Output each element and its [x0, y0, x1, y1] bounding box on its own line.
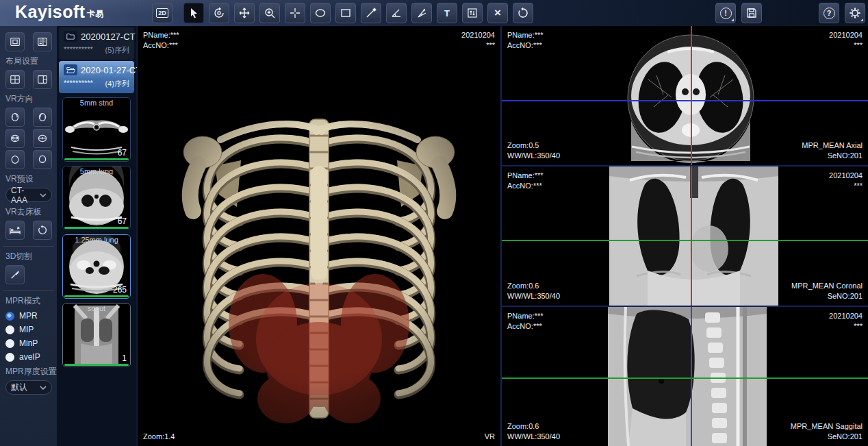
- series-thumbnail-125mm-lung[interactable]: 1.25mm lung 265: [62, 234, 131, 299]
- accno-text: AccNO:***: [143, 40, 179, 51]
- study-item-1[interactable]: 20200127-CT ********** (5)序列: [59, 27, 134, 60]
- axial-date-overlay: 20210204 ***: [829, 30, 863, 51]
- folder-closed-icon: [64, 31, 77, 42]
- mpr-mode-label: MPR模式: [5, 295, 52, 307]
- axial-series-overlay: MPR_MEAN Axial SeNO:201: [802, 140, 863, 161]
- measure-icon: [365, 7, 377, 19]
- cobb-angle-icon: [416, 7, 428, 19]
- study-title: 2020-01-27-CT: [81, 65, 141, 75]
- ellipse-icon: [314, 7, 327, 19]
- layout-main-right-button[interactable]: [33, 70, 52, 89]
- accno-text: AccNO:***: [507, 40, 544, 51]
- axial-viewport[interactable]: PName:*** AccNO:*** 20210204 *** Zoom:0.…: [500, 26, 868, 165]
- sagittal-crosshair-vertical[interactable]: [691, 307, 692, 446]
- pname-text: PName:***: [507, 311, 544, 321]
- window-toolbar: ?: [819, 3, 865, 23]
- thumbnail-label: 5mm stnd: [63, 99, 130, 107]
- thumbnail-image-count: 67: [118, 148, 127, 158]
- axial-crosshair-horizontal[interactable]: [502, 100, 868, 101]
- tool-text-button[interactable]: T: [437, 3, 457, 23]
- radio-mip[interactable]: MIP: [5, 325, 52, 334]
- bed-icon: [9, 225, 21, 236]
- thumbnail-image-scout: [63, 303, 130, 367]
- remove-bed-button[interactable]: [5, 221, 25, 240]
- thumbnail-image-count: 67: [118, 216, 127, 226]
- layout-grid-2x2-button[interactable]: [5, 70, 25, 89]
- tool-window-level-button[interactable]: [462, 3, 483, 23]
- main-toolbar: 2D T: [152, 3, 533, 23]
- chevron-down-icon: [40, 193, 47, 197]
- layout-main-right-icon: [37, 74, 48, 85]
- tool-rotate3d-button[interactable]: [209, 3, 229, 23]
- pname-text: PName:***: [143, 30, 179, 40]
- tool-pan-button[interactable]: [234, 3, 255, 23]
- app-logo: Kayisoft卡易: [15, 2, 104, 22]
- coronal-crosshair-vertical[interactable]: [691, 166, 692, 306]
- vr-head-back-button[interactable]: [33, 150, 52, 169]
- series-thumbnail-scout[interactable]: scout 1: [62, 303, 131, 367]
- settings-button[interactable]: [845, 3, 865, 23]
- study-title: 20200127-CT: [81, 32, 136, 42]
- mpr-thickness-dropdown[interactable]: 默认: [5, 380, 52, 395]
- text-tool-icon: T: [444, 8, 450, 18]
- coronal-patient-overlay: PName:*** AccNO:***: [507, 171, 544, 191]
- tool-reset-button[interactable]: [513, 3, 533, 23]
- coronal-viewport[interactable]: PName:*** AccNO:*** 20210204 *** Zoom:0.…: [500, 165, 868, 306]
- tool-pointer-button[interactable]: [183, 3, 204, 23]
- vr-preset-dropdown[interactable]: CT-AAA: [5, 188, 52, 202]
- axial-crosshair-vertical[interactable]: [691, 26, 692, 165]
- study-item-2-selected[interactable]: 2020-01-27-CT ********** (4)序列: [59, 61, 134, 93]
- chevron-down-icon: [40, 386, 47, 390]
- study-masked-name: **********: [64, 45, 93, 55]
- stars-text: ***: [829, 181, 863, 191]
- save-button[interactable]: [741, 3, 762, 23]
- pname-text: PName:***: [507, 171, 544, 181]
- scalpel-icon: [10, 269, 21, 280]
- thumbnail-progress-bar: [64, 227, 129, 229]
- vr-viewport[interactable]: PName:*** AccNO:*** 20210204 *** Zoom:1.…: [137, 26, 500, 446]
- coronal-date-overlay: 20210204 ***: [829, 171, 863, 191]
- tool-measure-button[interactable]: [361, 3, 381, 23]
- vr-head-left-button[interactable]: [5, 108, 25, 127]
- radio-dot: [5, 325, 14, 334]
- series-thumbnail-5mm-lung[interactable]: 5mm lung 67: [62, 166, 131, 230]
- layout-single-button[interactable]: [5, 32, 25, 51]
- tool-ellipse-button[interactable]: [310, 3, 331, 23]
- sagittal-date-overlay: 20210204 ***: [829, 311, 863, 332]
- tool-angle-button[interactable]: [386, 3, 407, 23]
- tool-zoom-button[interactable]: [259, 3, 280, 23]
- tool-cobb-angle-button[interactable]: [411, 3, 432, 23]
- study-series-count: (5)序列: [105, 45, 129, 55]
- radio-minp[interactable]: MinP: [5, 338, 52, 348]
- layout-single-icon: [10, 36, 21, 47]
- pointer-icon: [188, 7, 200, 19]
- coronal-crosshair-horizontal[interactable]: [502, 240, 868, 241]
- series-thumbnail-5mm-stnd[interactable]: 5mm stnd 67: [62, 97, 131, 162]
- tool-delete-button[interactable]: ×: [487, 3, 508, 23]
- radio-aveip[interactable]: aveIP: [5, 352, 52, 362]
- tool-2d-button[interactable]: 2D: [152, 3, 173, 23]
- vr-face-front-button[interactable]: [5, 129, 25, 148]
- radio-dot: [5, 339, 14, 348]
- radio-mpr[interactable]: MPR: [5, 311, 52, 321]
- sagittal-viewport[interactable]: PName:*** AccNO:*** 20210204 *** Zoom:0.…: [500, 306, 868, 446]
- vr-bed-label: VR去床板: [5, 206, 52, 218]
- rotate-3d-icon: [213, 7, 225, 19]
- tool-crosshair-button[interactable]: [285, 3, 305, 23]
- vr-face-back-button[interactable]: [33, 129, 52, 148]
- bed-reset-button[interactable]: [33, 221, 52, 240]
- help-button[interactable]: ?: [819, 3, 839, 23]
- sidebar-divider: [3, 246, 54, 247]
- axial-zoom-overlay: Zoom:0.5 WW/WL:350/40: [507, 140, 560, 161]
- sagittal-crosshair-horizontal[interactable]: [502, 377, 868, 379]
- tool-rectangle-button[interactable]: [335, 3, 356, 23]
- radio-dot: [5, 353, 14, 362]
- radio-dot-selected: [5, 312, 14, 321]
- vr-head-right-button[interactable]: [33, 108, 52, 127]
- report-button[interactable]: !: [715, 3, 736, 23]
- layout-report-button[interactable]: [33, 32, 52, 51]
- vr-head-top-button[interactable]: [5, 150, 25, 169]
- thumbnail-label: 1.25mm lung: [63, 236, 130, 244]
- radio-label: MinP: [19, 338, 38, 348]
- scalpel-button[interactable]: [5, 265, 25, 284]
